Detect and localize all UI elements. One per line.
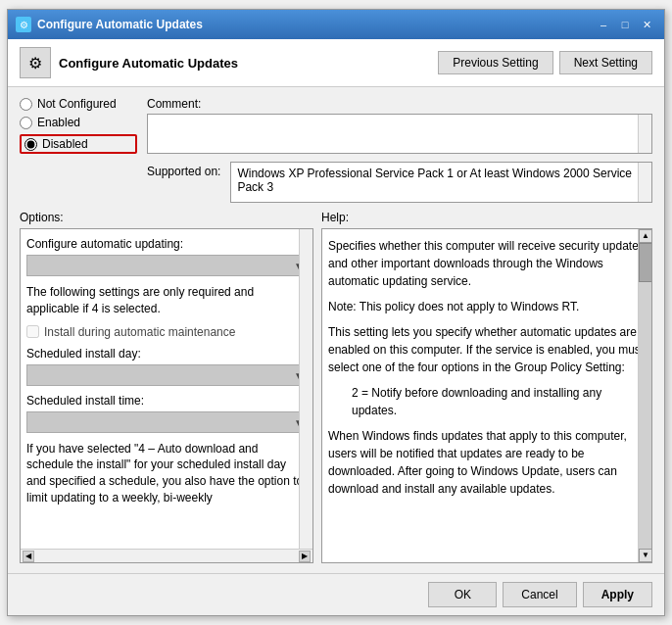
cancel-button[interactable]: Cancel (503, 582, 576, 607)
header-title: Configure Automatic Updates (59, 56, 238, 71)
install-maintenance-checkbox[interactable] (26, 325, 39, 338)
header-left: ⚙ Configure Automatic Updates (20, 47, 238, 78)
radio-disabled-input[interactable] (24, 138, 37, 151)
title-bar-left: ⚙ Configure Automatic Updates (16, 17, 203, 32)
ok-button[interactable]: OK (428, 582, 497, 607)
bottom-bar: OK Cancel Apply (8, 573, 664, 615)
radio-disabled[interactable]: Disabled (20, 134, 137, 154)
help-section-label: Help: (321, 211, 652, 224)
title-bar: ⚙ Configure Automatic Updates – □ ✕ (8, 10, 664, 39)
options-scrollbar[interactable] (299, 229, 312, 549)
radio-disabled-label: Disabled (42, 137, 88, 151)
supported-row: Supported on: Windows XP Professional Se… (20, 162, 652, 203)
next-setting-button[interactable]: Next Setting (559, 51, 652, 74)
radio-enabled[interactable]: Enabled (20, 116, 137, 129)
help-scroll-up-btn[interactable]: ▲ (639, 229, 651, 243)
help-text-4: 2 = Notify before downloading and instal… (328, 384, 646, 419)
apply-button[interactable]: Apply (583, 582, 652, 607)
header-area: ⚙ Configure Automatic Updates Previous S… (8, 39, 664, 87)
minimize-button[interactable]: – (594, 15, 613, 34)
supported-on-label: Supported on: (147, 162, 220, 178)
options-body-inner: Configure automatic updating: ▼ The foll… (26, 237, 307, 541)
help-scroll-thumb[interactable] (639, 243, 651, 282)
main-content: Not Configured Enabled Disabled Comment: (8, 87, 664, 573)
scheduled-time-label: Scheduled install time: (26, 394, 307, 408)
scheduled-time-select[interactable]: ▼ (26, 411, 307, 433)
radio-comment-row: Not Configured Enabled Disabled Comment: (20, 97, 652, 154)
options-panel: Configure automatic updating: ▼ The foll… (20, 228, 313, 563)
supported-on-value: Windows XP Professional Service Pack 1 o… (237, 167, 632, 194)
comment-label: Comment: (147, 97, 652, 111)
window-icon: ⚙ (16, 17, 31, 32)
options-note: The following settings are only required… (26, 284, 307, 317)
install-maintenance-label: Install during automatic maintenance (44, 325, 235, 339)
sections-labels: Options: Help: (20, 211, 652, 224)
options-body: Configure automatic updating: ▼ The foll… (21, 229, 312, 549)
radio-not-configured-input[interactable] (20, 98, 32, 111)
scheduled-day-select[interactable]: ▼ (26, 364, 307, 386)
radio-enabled-label: Enabled (37, 116, 80, 129)
help-text-2: Note: This policy does not apply to Wind… (328, 298, 646, 315)
help-scroll-down-btn[interactable]: ▼ (639, 549, 651, 562)
radio-not-configured[interactable]: Not Configured (20, 97, 137, 111)
help-body: Specifies whether this computer will rec… (322, 229, 651, 562)
help-panel: Specifies whether this computer will rec… (321, 228, 652, 563)
maximize-button[interactable]: □ (615, 15, 635, 34)
comment-scrollbar[interactable] (638, 115, 651, 153)
help-text-1: Specifies whether this computer will rec… (328, 237, 646, 290)
supported-on-box: Windows XP Professional Service Pack 1 o… (230, 162, 652, 203)
main-window: ⚙ Configure Automatic Updates – □ ✕ ⚙ Co… (7, 9, 665, 616)
title-bar-title: Configure Automatic Updates (37, 18, 203, 31)
previous-setting-button[interactable]: Previous Setting (438, 51, 552, 74)
close-button[interactable]: ✕ (637, 15, 656, 34)
help-text-5: When Windows finds updates that apply to… (328, 427, 646, 498)
configure-auto-label: Configure automatic updating: (26, 237, 307, 251)
options-section-label: Options: (20, 211, 313, 224)
install-maintenance-row: Install during automatic maintenance (26, 325, 307, 339)
help-scrollbar[interactable]: ▲ ▼ (638, 229, 651, 562)
radio-enabled-input[interactable] (20, 117, 32, 129)
scroll-right-btn[interactable]: ▶ (299, 551, 311, 562)
header-icon: ⚙ (20, 47, 51, 78)
options-bottom-note: If you have selected "4 – Auto download … (26, 441, 307, 506)
help-text-3: This setting lets you specify whether au… (328, 323, 646, 376)
supported-scrollbar[interactable] (638, 163, 651, 202)
scroll-left-btn[interactable]: ◀ (23, 551, 34, 562)
comment-box[interactable] (147, 114, 652, 154)
radio-not-configured-label: Not Configured (37, 97, 117, 111)
header-buttons: Previous Setting Next Setting (438, 51, 652, 74)
comment-section: Comment: (147, 97, 652, 154)
scheduled-day-label: Scheduled install day: (26, 347, 307, 361)
configure-auto-select[interactable]: ▼ (26, 255, 307, 276)
radio-group: Not Configured Enabled Disabled (20, 97, 137, 154)
options-help-row: Configure automatic updating: ▼ The foll… (20, 228, 652, 563)
title-bar-controls: – □ ✕ (594, 15, 656, 34)
options-horiz-scrollbar[interactable]: ◀ ▶ (21, 549, 312, 562)
